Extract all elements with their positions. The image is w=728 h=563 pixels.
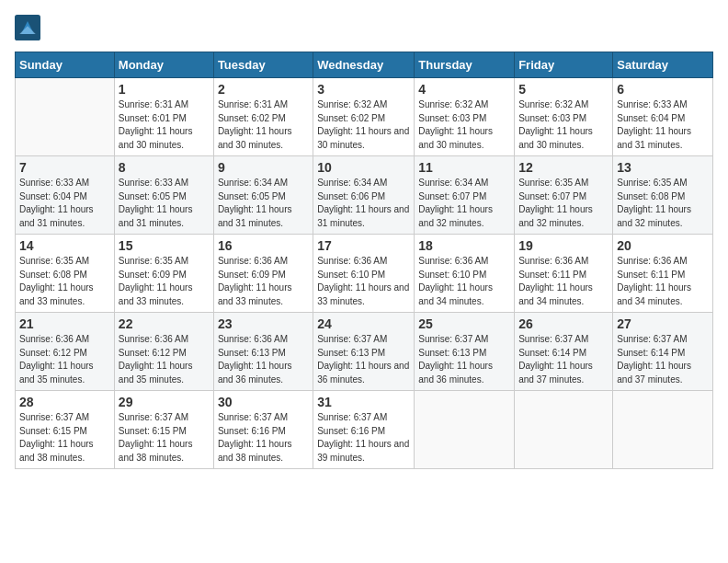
- day-number: 5: [518, 82, 609, 97]
- calendar-cell: 28Sunrise: 6:37 AM Sunset: 6:15 PM Dayli…: [16, 391, 115, 469]
- calendar-body: 1Sunrise: 6:31 AM Sunset: 6:01 PM Daylig…: [16, 78, 713, 469]
- calendar-cell: 10Sunrise: 6:34 AM Sunset: 6:06 PM Dayli…: [313, 156, 415, 235]
- day-number: 6: [617, 82, 709, 97]
- calendar-cell: [515, 391, 613, 469]
- day-number: 21: [19, 316, 110, 331]
- day-number: 14: [19, 238, 110, 253]
- calendar-cell: 7Sunrise: 6:33 AM Sunset: 6:04 PM Daylig…: [16, 156, 115, 235]
- day-info: Sunrise: 6:36 AM Sunset: 6:10 PM Dayligh…: [418, 255, 510, 308]
- calendar-cell: 15Sunrise: 6:35 AM Sunset: 6:09 PM Dayli…: [114, 235, 213, 313]
- calendar-week-1: 1Sunrise: 6:31 AM Sunset: 6:01 PM Daylig…: [16, 78, 713, 156]
- calendar-cell: 23Sunrise: 6:36 AM Sunset: 6:13 PM Dayli…: [213, 313, 313, 391]
- day-number: 8: [119, 160, 210, 175]
- day-info: Sunrise: 6:36 AM Sunset: 6:11 PM Dayligh…: [518, 255, 609, 308]
- day-info: Sunrise: 6:35 AM Sunset: 6:09 PM Dayligh…: [119, 255, 210, 308]
- day-info: Sunrise: 6:34 AM Sunset: 6:06 PM Dayligh…: [317, 177, 410, 230]
- calendar-cell: 6Sunrise: 6:33 AM Sunset: 6:04 PM Daylig…: [613, 78, 713, 156]
- calendar-cell: 21Sunrise: 6:36 AM Sunset: 6:12 PM Dayli…: [16, 313, 115, 391]
- calendar-cell: 12Sunrise: 6:35 AM Sunset: 6:07 PM Dayli…: [515, 156, 613, 235]
- day-info: Sunrise: 6:34 AM Sunset: 6:05 PM Dayligh…: [218, 177, 309, 230]
- column-header-tuesday: Tuesday: [213, 52, 313, 78]
- day-info: Sunrise: 6:35 AM Sunset: 6:08 PM Dayligh…: [617, 177, 709, 230]
- day-number: 18: [418, 238, 510, 253]
- day-info: Sunrise: 6:37 AM Sunset: 6:13 PM Dayligh…: [317, 333, 410, 386]
- calendar-cell: 9Sunrise: 6:34 AM Sunset: 6:05 PM Daylig…: [213, 156, 313, 235]
- day-number: 28: [19, 395, 110, 409]
- column-header-thursday: Thursday: [415, 52, 515, 78]
- day-number: 1: [119, 82, 210, 97]
- day-number: 11: [418, 160, 510, 175]
- calendar-cell: [16, 78, 115, 156]
- calendar-cell: 20Sunrise: 6:36 AM Sunset: 6:11 PM Dayli…: [613, 235, 713, 313]
- day-info: Sunrise: 6:33 AM Sunset: 6:04 PM Dayligh…: [19, 177, 110, 230]
- calendar-cell: 11Sunrise: 6:34 AM Sunset: 6:07 PM Dayli…: [415, 156, 515, 235]
- calendar-cell: 31Sunrise: 6:37 AM Sunset: 6:16 PM Dayli…: [313, 391, 415, 469]
- day-number: 20: [617, 238, 709, 253]
- calendar-header-row: SundayMondayTuesdayWednesdayThursdayFrid…: [16, 52, 713, 78]
- day-info: Sunrise: 6:32 AM Sunset: 6:03 PM Dayligh…: [518, 98, 609, 152]
- day-number: 10: [317, 160, 410, 175]
- day-info: Sunrise: 6:32 AM Sunset: 6:02 PM Dayligh…: [317, 98, 410, 152]
- calendar-cell: 18Sunrise: 6:36 AM Sunset: 6:10 PM Dayli…: [415, 235, 515, 313]
- day-info: Sunrise: 6:37 AM Sunset: 6:15 PM Dayligh…: [119, 411, 210, 465]
- day-number: 9: [218, 160, 309, 175]
- calendar-week-2: 7Sunrise: 6:33 AM Sunset: 6:04 PM Daylig…: [16, 156, 713, 235]
- day-number: 4: [418, 82, 510, 97]
- calendar-cell: 24Sunrise: 6:37 AM Sunset: 6:13 PM Dayli…: [313, 313, 415, 391]
- day-info: Sunrise: 6:36 AM Sunset: 6:12 PM Dayligh…: [19, 333, 110, 386]
- day-number: 7: [19, 160, 110, 175]
- day-info: Sunrise: 6:34 AM Sunset: 6:07 PM Dayligh…: [418, 177, 510, 230]
- day-info: Sunrise: 6:37 AM Sunset: 6:16 PM Dayligh…: [317, 411, 410, 465]
- logo: [15, 15, 44, 40]
- column-header-wednesday: Wednesday: [313, 52, 415, 78]
- day-number: 13: [617, 160, 709, 175]
- day-info: Sunrise: 6:36 AM Sunset: 6:11 PM Dayligh…: [617, 255, 709, 308]
- day-info: Sunrise: 6:37 AM Sunset: 6:14 PM Dayligh…: [518, 333, 609, 386]
- day-info: Sunrise: 6:37 AM Sunset: 6:13 PM Dayligh…: [418, 333, 510, 386]
- day-number: 29: [119, 395, 210, 409]
- calendar-cell: 8Sunrise: 6:33 AM Sunset: 6:05 PM Daylig…: [114, 156, 213, 235]
- column-header-saturday: Saturday: [613, 52, 713, 78]
- calendar-cell: 13Sunrise: 6:35 AM Sunset: 6:08 PM Dayli…: [613, 156, 713, 235]
- day-number: 2: [218, 82, 309, 97]
- day-number: 30: [218, 395, 309, 409]
- calendar-week-4: 21Sunrise: 6:36 AM Sunset: 6:12 PM Dayli…: [16, 313, 713, 391]
- calendar-cell: 1Sunrise: 6:31 AM Sunset: 6:01 PM Daylig…: [114, 78, 213, 156]
- day-info: Sunrise: 6:36 AM Sunset: 6:09 PM Dayligh…: [218, 255, 309, 308]
- day-number: 19: [518, 238, 609, 253]
- day-info: Sunrise: 6:37 AM Sunset: 6:14 PM Dayligh…: [617, 333, 709, 386]
- calendar-table: SundayMondayTuesdayWednesdayThursdayFrid…: [15, 52, 713, 469]
- day-number: 26: [518, 316, 609, 331]
- day-number: 24: [317, 316, 410, 331]
- day-info: Sunrise: 6:31 AM Sunset: 6:01 PM Dayligh…: [119, 98, 210, 152]
- calendar-cell: [613, 391, 713, 469]
- day-info: Sunrise: 6:36 AM Sunset: 6:12 PM Dayligh…: [119, 333, 210, 386]
- day-info: Sunrise: 6:33 AM Sunset: 6:05 PM Dayligh…: [119, 177, 210, 230]
- day-info: Sunrise: 6:36 AM Sunset: 6:10 PM Dayligh…: [317, 255, 410, 308]
- calendar-week-3: 14Sunrise: 6:35 AM Sunset: 6:08 PM Dayli…: [16, 235, 713, 313]
- calendar-cell: 16Sunrise: 6:36 AM Sunset: 6:09 PM Dayli…: [213, 235, 313, 313]
- column-header-monday: Monday: [114, 52, 213, 78]
- day-number: 27: [617, 316, 709, 331]
- calendar-cell: 27Sunrise: 6:37 AM Sunset: 6:14 PM Dayli…: [613, 313, 713, 391]
- day-number: 17: [317, 238, 410, 253]
- calendar-cell: 29Sunrise: 6:37 AM Sunset: 6:15 PM Dayli…: [114, 391, 213, 469]
- column-header-sunday: Sunday: [16, 52, 115, 78]
- day-info: Sunrise: 6:32 AM Sunset: 6:03 PM Dayligh…: [418, 98, 510, 152]
- day-info: Sunrise: 6:36 AM Sunset: 6:13 PM Dayligh…: [218, 333, 309, 386]
- day-info: Sunrise: 6:31 AM Sunset: 6:02 PM Dayligh…: [218, 98, 309, 152]
- page-header: [15, 15, 713, 40]
- day-info: Sunrise: 6:37 AM Sunset: 6:16 PM Dayligh…: [218, 411, 309, 465]
- day-info: Sunrise: 6:33 AM Sunset: 6:04 PM Dayligh…: [617, 98, 709, 152]
- day-number: 23: [218, 316, 309, 331]
- calendar-cell: 2Sunrise: 6:31 AM Sunset: 6:02 PM Daylig…: [213, 78, 313, 156]
- calendar-week-5: 28Sunrise: 6:37 AM Sunset: 6:15 PM Dayli…: [16, 391, 713, 469]
- calendar-cell: 17Sunrise: 6:36 AM Sunset: 6:10 PM Dayli…: [313, 235, 415, 313]
- day-number: 31: [317, 395, 410, 409]
- day-info: Sunrise: 6:35 AM Sunset: 6:07 PM Dayligh…: [518, 177, 609, 230]
- calendar-cell: 26Sunrise: 6:37 AM Sunset: 6:14 PM Dayli…: [515, 313, 613, 391]
- calendar-cell: 25Sunrise: 6:37 AM Sunset: 6:13 PM Dayli…: [415, 313, 515, 391]
- calendar-cell: 19Sunrise: 6:36 AM Sunset: 6:11 PM Dayli…: [515, 235, 613, 313]
- calendar-cell: 22Sunrise: 6:36 AM Sunset: 6:12 PM Dayli…: [114, 313, 213, 391]
- day-info: Sunrise: 6:37 AM Sunset: 6:15 PM Dayligh…: [19, 411, 110, 465]
